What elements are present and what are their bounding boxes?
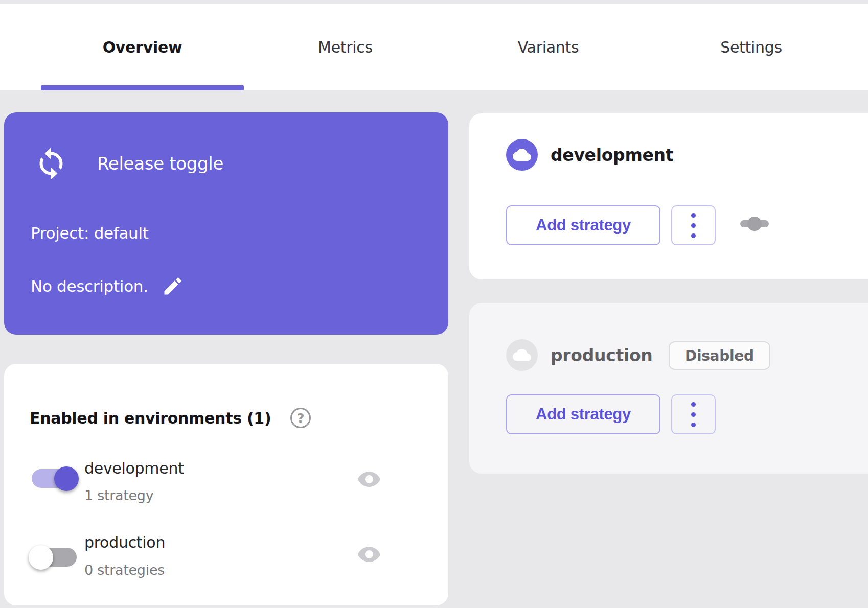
production-environment-card: production Disabled Add strategy [469, 303, 868, 474]
environment-card-name: production [551, 345, 653, 365]
more-options-kebab-button[interactable] [671, 205, 716, 245]
development-environment-card: development Add strategy [469, 113, 868, 279]
environment-enable-mini-toggle[interactable] [740, 220, 769, 227]
release-toggle-type-icon [33, 145, 70, 182]
tab-metrics[interactable]: Metrics [244, 4, 447, 90]
environment-row-name: development [84, 459, 184, 477]
tab-settings[interactable]: Settings [650, 4, 853, 90]
disabled-status-badge: Disabled [669, 341, 770, 370]
feature-overview-card: Release toggle Project: default No descr… [4, 112, 448, 335]
tab-bar: Overview Metrics Variants Settings [0, 4, 868, 90]
enabled-environments-panel: Enabled in environments (1) ? developmen… [4, 364, 448, 605]
environment-row-strategy-count: 1 strategy [84, 487, 153, 503]
more-options-kebab-button[interactable] [671, 394, 716, 434]
toggle-thumb [54, 466, 79, 491]
edit-description-pencil-icon[interactable] [162, 275, 184, 297]
visibility-eye-icon[interactable] [357, 467, 381, 492]
toggle-thumb [29, 545, 53, 570]
cloud-icon [506, 339, 538, 371]
cloud-icon [506, 139, 538, 171]
enabled-environments-heading: Enabled in environments (1) [30, 409, 271, 427]
project-label: Project: default [31, 224, 149, 242]
tab-overview[interactable]: Overview [41, 4, 244, 90]
help-icon[interactable]: ? [290, 408, 311, 428]
environment-row-strategy-count: 0 strategies [84, 562, 165, 578]
tab-label: Variants [518, 38, 579, 56]
add-strategy-button[interactable]: Add strategy [506, 205, 660, 245]
tab-variants[interactable]: Variants [447, 4, 650, 90]
environment-card-name: development [551, 145, 673, 165]
development-toggle[interactable] [32, 469, 77, 488]
feature-type-label: Release toggle [97, 153, 223, 174]
add-strategy-button[interactable]: Add strategy [506, 394, 660, 434]
environment-row-name: production [84, 533, 165, 551]
tab-label: Metrics [318, 38, 373, 56]
production-toggle[interactable] [32, 548, 77, 567]
visibility-eye-icon[interactable] [357, 542, 381, 567]
tab-label: Settings [720, 38, 782, 56]
tab-label: Overview [103, 38, 182, 56]
description-text: No description. [31, 277, 148, 295]
